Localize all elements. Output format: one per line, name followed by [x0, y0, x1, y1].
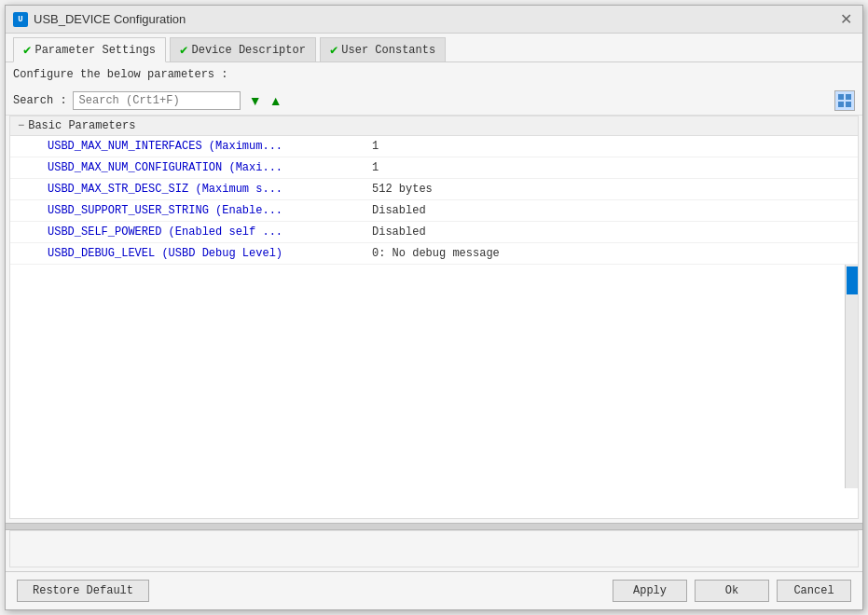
main-window: U USB_DEVICE Configuration ✕ ✔ Parameter…: [5, 5, 863, 610]
svg-rect-2: [838, 102, 844, 107]
tab-check-icon: ✔: [180, 42, 187, 58]
tab-parameter-settings[interactable]: ✔ Parameter Settings: [13, 37, 166, 62]
window-title: USB_DEVICE Configuration: [34, 12, 186, 26]
table-row: USBD_MAX_NUM_CONFIGURATION (Maxi... 1: [10, 157, 858, 179]
grid-view-icon[interactable]: [834, 90, 855, 111]
param-value[interactable]: 512 bytes: [365, 181, 440, 198]
tab-label: User Constants: [341, 44, 435, 57]
table-row: USBD_SUPPORT_USER_STRING (Enable... Disa…: [10, 200, 858, 222]
search-bar: Search : ▼ ▲: [6, 87, 862, 116]
right-buttons: Apply Ok Cancel: [613, 580, 851, 602]
svg-rect-3: [846, 102, 851, 107]
tab-user-constants[interactable]: ✔ User Constants: [320, 37, 446, 62]
search-prev-button[interactable]: ▲: [267, 91, 285, 110]
search-label: Search :: [13, 94, 67, 107]
param-name: USBD_MAX_NUM_CONFIGURATION (Maxi...: [10, 159, 365, 176]
param-name: USBD_DEBUG_LEVEL (USBD Debug Level): [10, 245, 365, 262]
separator: [6, 523, 862, 530]
tabs-bar: ✔ Parameter Settings ✔ Device Descriptor…: [6, 34, 862, 62]
close-button[interactable]: ✕: [836, 10, 855, 29]
param-name: USBD_MAX_STR_DESC_SIZ (Maximum s...: [10, 181, 365, 198]
title-bar: U USB_DEVICE Configuration ✕: [6, 6, 862, 34]
table-row: USBD_MAX_STR_DESC_SIZ (Maximum s... 512 …: [10, 179, 858, 200]
param-value[interactable]: 1: [365, 138, 386, 155]
param-value[interactable]: 0: No debug message: [365, 245, 507, 262]
search-arrows: ▼ ▲: [246, 91, 285, 110]
bottom-panel: [9, 530, 859, 567]
tab-device-descriptor[interactable]: ✔ Device Descriptor: [170, 37, 316, 62]
scrollbar-thumb[interactable]: [847, 266, 858, 294]
scrollbar[interactable]: [845, 265, 858, 488]
tab-label: Parameter Settings: [34, 44, 156, 57]
table-row: USBD_SELF_POWERED (Enabled self ... Disa…: [10, 222, 858, 243]
bottom-bar: Restore Default Apply Ok Cancel: [6, 571, 862, 609]
param-value[interactable]: Disabled: [365, 202, 434, 219]
section-collapse-icon[interactable]: −: [18, 119, 24, 132]
svg-rect-0: [838, 94, 844, 100]
window-icon: U: [13, 12, 28, 27]
search-next-button[interactable]: ▼: [246, 91, 265, 110]
param-name: USBD_SUPPORT_USER_STRING (Enable...: [10, 202, 365, 219]
cancel-button[interactable]: Cancel: [777, 580, 851, 602]
param-name: USBD_MAX_NUM_INTERFACES (Maximum...: [10, 138, 365, 155]
section-header-basic: − Basic Parameters: [10, 116, 858, 136]
param-value[interactable]: 1: [365, 159, 386, 176]
params-wrapper: − Basic Parameters USBD_MAX_NUM_INTERFAC…: [6, 116, 862, 571]
ok-button[interactable]: Ok: [695, 580, 769, 602]
config-description: Configure the below parameters :: [6, 62, 862, 87]
restore-default-button[interactable]: Restore Default: [17, 580, 149, 602]
content-area: Configure the below parameters : Search …: [6, 62, 862, 571]
section-title: Basic Parameters: [28, 119, 135, 132]
param-value[interactable]: Disabled: [365, 224, 434, 240]
param-name: USBD_SELF_POWERED (Enabled self ...: [10, 224, 365, 240]
apply-button[interactable]: Apply: [613, 580, 687, 602]
tab-check-icon: ✔: [23, 42, 31, 58]
title-bar-left: U USB_DEVICE Configuration: [13, 12, 186, 27]
search-input[interactable]: [73, 91, 241, 110]
empty-area: STM32/STM8社区 www.stmcu.org: [10, 265, 858, 488]
svg-rect-1: [846, 94, 851, 100]
tab-label: Device Descriptor: [192, 44, 306, 57]
params-container: − Basic Parameters USBD_MAX_NUM_INTERFAC…: [9, 116, 859, 519]
table-row: USBD_DEBUG_LEVEL (USBD Debug Level) 0: N…: [10, 243, 858, 265]
tab-check-icon: ✔: [330, 42, 338, 58]
table-row: USBD_MAX_NUM_INTERFACES (Maximum... 1: [10, 136, 858, 157]
